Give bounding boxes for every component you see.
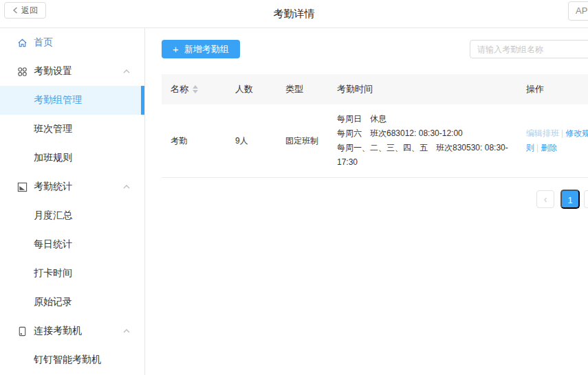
sort-control[interactable]: 名称 (171, 83, 198, 95)
plus-icon: + (173, 44, 179, 54)
sidebar: 首页 考勤设置 考勤组管理 班次管理 加班规则 考勤统计 月度汇总 每日统计 打… (0, 28, 145, 375)
chevron-up-icon (123, 69, 130, 73)
pagination-prev-button[interactable]: ‹ (536, 190, 554, 208)
schedule-line: 每周日 休息 (337, 112, 526, 126)
sidebar-item-label: 首页 (34, 36, 53, 49)
main-content: + 新增考勤组 名称 人数 类型 考勤时间 操作 考勤 9人 固定班制 每周日 … (145, 28, 588, 375)
chevron-up-icon (123, 185, 130, 189)
sidebar-item-attendance-group-management[interactable]: 考勤组管理 (0, 86, 144, 115)
header-time: 考勤时间 (337, 83, 526, 95)
cell-type: 固定班制 (285, 135, 337, 147)
sidebar-item-label: 考勤统计 (34, 181, 72, 193)
sidebar-item-label: 打卡时间 (34, 267, 72, 280)
cell-schedule: 每周日 休息 每周六 班次683012: 08:30-12:00 每周一、二、三… (337, 112, 526, 170)
action-separator: | (536, 143, 538, 152)
sidebar-item-label: 每日统计 (34, 238, 72, 251)
sidebar-item-attendance-stats[interactable]: 考勤统计 (0, 172, 144, 201)
header-name-label: 名称 (171, 83, 188, 95)
sidebar-item-label: 考勤组管理 (34, 94, 82, 106)
attendance-group-table: 名称 人数 类型 考勤时间 操作 考勤 9人 固定班制 每周日 休息 每周六 班… (162, 74, 588, 178)
pagination-next-button[interactable]: › (584, 190, 588, 208)
sort-icon (193, 85, 198, 93)
sidebar-item-clock-times[interactable]: 打卡时间 (0, 259, 144, 288)
table-header-row: 名称 人数 类型 考勤时间 操作 (162, 74, 588, 104)
top-bar: 返回 考勤详情 AP (0, 0, 588, 28)
sidebar-item-daily-stats[interactable]: 每日统计 (0, 230, 144, 259)
header-type: 类型 (285, 83, 337, 95)
cell-count: 9人 (235, 135, 285, 147)
attendance-settings-icon (17, 66, 28, 77)
add-attendance-group-button[interactable]: + 新增考勤组 (162, 40, 240, 58)
sidebar-item-raw-records[interactable]: 原始记录 (0, 288, 144, 317)
page-title: 考勤详情 (0, 0, 588, 27)
attendance-device-icon (17, 326, 28, 337)
header-actions: 操作 (526, 83, 588, 95)
cell-name: 考勤 (162, 135, 235, 147)
chevron-up-icon (123, 329, 130, 333)
sidebar-item-label: 考勤设置 (34, 65, 72, 78)
cell-actions: 编辑排班|修改规则|删除 (526, 126, 588, 155)
add-button-label: 新增考勤组 (184, 43, 229, 56)
schedule-line: 每周六 班次683012: 08:30-12:00 (337, 126, 526, 141)
sidebar-item-monthly-summary[interactable]: 月度汇总 (0, 201, 144, 230)
sidebar-item-label: 连接考勤机 (34, 325, 82, 337)
action-separator: | (561, 128, 563, 138)
delete-link[interactable]: 删除 (541, 143, 557, 152)
sidebar-item-shift-management[interactable]: 班次管理 (0, 115, 144, 144)
sidebar-item-label: 钉钉智能考勤机 (34, 354, 101, 366)
sidebar-item-home[interactable]: 首页 (0, 28, 144, 57)
header-name: 名称 (162, 83, 235, 95)
sidebar-item-label: 月度汇总 (34, 209, 72, 222)
sidebar-item-attendance-settings[interactable]: 考勤设置 (0, 57, 144, 86)
pagination-page-1[interactable]: 1 (560, 190, 580, 209)
attendance-stats-icon (17, 181, 28, 192)
table-row: 考勤 9人 固定班制 每周日 休息 每周六 班次683012: 08:30-12… (162, 104, 588, 178)
edit-schedule-link[interactable]: 编辑排班 (526, 128, 559, 138)
sidebar-item-label: 加班规则 (34, 152, 72, 164)
sidebar-item-label: 原始记录 (34, 296, 72, 308)
sidebar-item-label: 班次管理 (34, 123, 72, 135)
top-right-button[interactable]: AP (568, 1, 588, 21)
schedule-line: 每周一、二、三、四、五 班次830530: 08:30-17:30 (337, 141, 526, 170)
search-input[interactable] (470, 40, 588, 58)
home-icon (17, 37, 28, 48)
header-count: 人数 (235, 83, 285, 95)
sidebar-item-dingtalk-smart-device[interactable]: 钉钉智能考勤机 (0, 345, 144, 374)
sidebar-item-overtime-rules[interactable]: 加班规则 (0, 144, 144, 172)
sidebar-item-connect-device[interactable]: 连接考勤机 (0, 317, 144, 345)
